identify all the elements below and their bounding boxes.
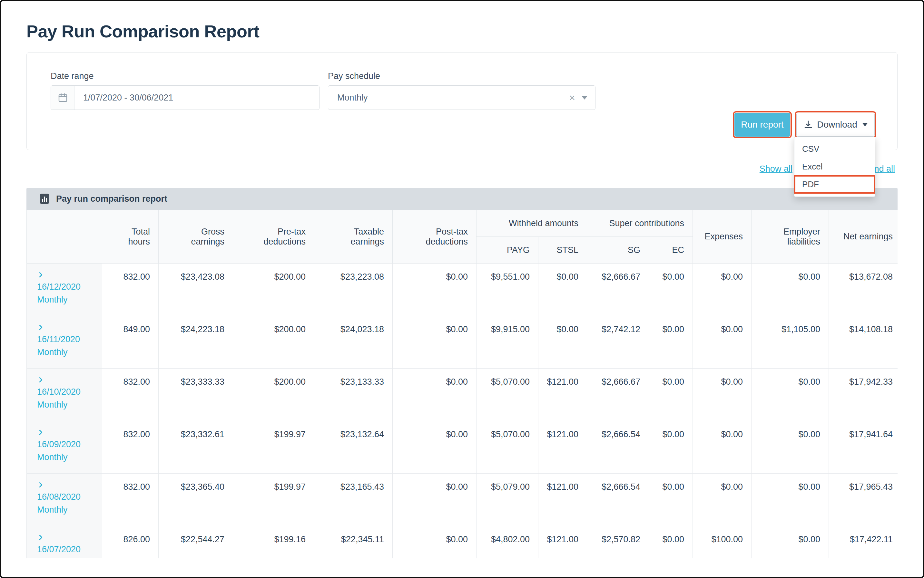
column-header: Employer liabilities bbox=[752, 210, 829, 263]
column-header: Gross earnings bbox=[159, 210, 233, 263]
filter-panel: Date range 1/07/2020 - 30/06/2021 Pay sc… bbox=[26, 52, 898, 150]
value-cell: $4,802.00 bbox=[477, 526, 538, 559]
menu-item-pdf[interactable]: PDF bbox=[794, 175, 875, 193]
value-cell: $5,070.00 bbox=[477, 421, 538, 474]
value-cell: $200.00 bbox=[233, 263, 314, 316]
column-header: STSL bbox=[538, 237, 587, 263]
value-cell: $23,365.40 bbox=[159, 474, 233, 526]
date-range-input[interactable]: 1/07/2020 - 30/06/2021 bbox=[50, 85, 319, 110]
value-cell: $0.00 bbox=[649, 421, 693, 474]
chevron-right-icon[interactable] bbox=[37, 323, 99, 333]
value-cell: 832.00 bbox=[102, 421, 159, 474]
column-header: PAYG bbox=[477, 237, 538, 263]
value-cell: $0.00 bbox=[393, 474, 477, 526]
clear-icon[interactable]: × bbox=[569, 93, 575, 103]
value-cell: $0.00 bbox=[693, 263, 752, 316]
table-row: 16/11/2020 Monthly 849.00$24,223.18$200.… bbox=[27, 316, 898, 369]
payrun-date-link[interactable]: 16/07/2020 bbox=[37, 543, 99, 556]
value-cell: $23,223.08 bbox=[314, 263, 393, 316]
date-range-label: Date range bbox=[50, 71, 94, 81]
show-all-link[interactable]: Show all bbox=[760, 164, 792, 174]
value-cell: $2,666.54 bbox=[587, 474, 649, 526]
chevron-right-icon[interactable] bbox=[37, 271, 99, 280]
value-cell: $0.00 bbox=[693, 421, 752, 474]
download-button-label: Download bbox=[817, 120, 857, 130]
payrun-schedule-link[interactable]: Monthly bbox=[37, 346, 99, 359]
column-header: Taxable earnings bbox=[314, 210, 393, 263]
chevron-right-icon[interactable] bbox=[37, 533, 99, 543]
run-report-button[interactable]: Run report bbox=[734, 113, 790, 136]
value-cell: $0.00 bbox=[649, 316, 693, 369]
value-cell: $0.00 bbox=[693, 474, 752, 526]
group-header-super: Super contributions bbox=[587, 210, 693, 237]
value-cell: $2,666.67 bbox=[587, 263, 649, 316]
value-cell: $0.00 bbox=[649, 263, 693, 316]
caret-down-icon bbox=[862, 123, 867, 126]
value-cell: $23,133.33 bbox=[314, 369, 393, 421]
value-cell: $2,666.54 bbox=[587, 421, 649, 474]
value-cell: $0.00 bbox=[752, 526, 829, 559]
value-cell: $121.00 bbox=[538, 369, 587, 421]
value-cell: $17,942.33 bbox=[829, 369, 898, 421]
value-cell: $0.00 bbox=[649, 526, 693, 559]
payrun-date-link[interactable]: 16/08/2020 bbox=[37, 490, 99, 503]
value-cell: $2,666.67 bbox=[587, 369, 649, 421]
value-cell: $199.97 bbox=[233, 421, 314, 474]
report-icon bbox=[40, 194, 49, 204]
value-cell: $23,165.43 bbox=[314, 474, 393, 526]
value-cell: $0.00 bbox=[752, 263, 829, 316]
value-cell: 826.00 bbox=[102, 526, 159, 559]
chevron-right-icon[interactable] bbox=[37, 481, 99, 490]
value-cell: $0.00 bbox=[752, 421, 829, 474]
column-header: Net earnings bbox=[829, 210, 898, 263]
value-cell: $24,223.18 bbox=[159, 316, 233, 369]
value-cell: $0.00 bbox=[649, 474, 693, 526]
payrun-schedule-link[interactable]: Monthly bbox=[37, 503, 99, 516]
payrun-schedule-link[interactable]: Monthly bbox=[37, 451, 99, 464]
value-cell: $14,108.18 bbox=[829, 316, 898, 369]
column-header: EC bbox=[649, 237, 693, 263]
table-row: 16/07/2020 Monthly 826.00$22,544.27$199.… bbox=[27, 526, 898, 559]
value-cell: $5,070.00 bbox=[477, 369, 538, 421]
payrun-schedule-link[interactable]: Monthly bbox=[37, 556, 99, 559]
date-range-value: 1/07/2020 - 30/06/2021 bbox=[75, 93, 173, 103]
menu-item-excel[interactable]: Excel bbox=[794, 158, 875, 175]
value-cell: $24,023.18 bbox=[314, 316, 393, 369]
value-cell: $17,941.64 bbox=[829, 421, 898, 474]
payrun-cell: 16/11/2020 Monthly bbox=[27, 316, 102, 369]
value-cell: $0.00 bbox=[693, 316, 752, 369]
menu-item-csv[interactable]: CSV bbox=[794, 140, 875, 158]
chevron-right-icon[interactable] bbox=[37, 376, 99, 385]
pay-schedule-select[interactable]: Monthly × bbox=[328, 85, 595, 110]
payrun-date-link[interactable]: 16/10/2020 bbox=[37, 385, 99, 398]
page-title: Pay Run Comparison Report bbox=[26, 21, 898, 41]
report-table-container: Total hours Gross earnings Pre-tax deduc… bbox=[26, 210, 898, 559]
payrun-cell: 16/12/2020 Monthly bbox=[27, 263, 102, 316]
value-cell: $22,345.11 bbox=[314, 526, 393, 559]
download-icon bbox=[804, 120, 813, 130]
table-row: 16/12/2020 Monthly 832.00$23,423.08$200.… bbox=[27, 263, 898, 316]
value-cell: $17,965.43 bbox=[829, 474, 898, 526]
pay-schedule-label: Pay schedule bbox=[328, 71, 380, 81]
value-cell: $17,422.11 bbox=[829, 526, 898, 559]
table-row: 16/10/2020 Monthly 832.00$23,333.33$200.… bbox=[27, 369, 898, 421]
chevron-right-icon[interactable] bbox=[37, 428, 99, 438]
app-window: Pay Run Comparison Report Date range 1/0… bbox=[0, 0, 924, 578]
value-cell: $22,544.27 bbox=[159, 526, 233, 559]
value-cell: $121.00 bbox=[538, 421, 587, 474]
value-cell: $9,915.00 bbox=[477, 316, 538, 369]
pay-schedule-value: Monthly bbox=[328, 93, 569, 103]
value-cell: $100.00 bbox=[693, 526, 752, 559]
payrun-date-link[interactable]: 16/12/2020 bbox=[37, 280, 99, 293]
payrun-date-link[interactable]: 16/09/2020 bbox=[37, 438, 99, 451]
payrun-schedule-link[interactable]: Monthly bbox=[37, 293, 99, 306]
payrun-schedule-link[interactable]: Monthly bbox=[37, 398, 99, 411]
payrun-date-link[interactable]: 16/11/2020 bbox=[37, 333, 99, 346]
chevron-down-icon bbox=[582, 96, 587, 99]
column-header: Total hours bbox=[102, 210, 159, 263]
report-table: Total hours Gross earnings Pre-tax deduc… bbox=[26, 210, 898, 559]
download-button[interactable]: Download bbox=[796, 113, 875, 136]
value-cell: $0.00 bbox=[393, 421, 477, 474]
value-cell: $0.00 bbox=[752, 369, 829, 421]
value-cell: $0.00 bbox=[752, 474, 829, 526]
